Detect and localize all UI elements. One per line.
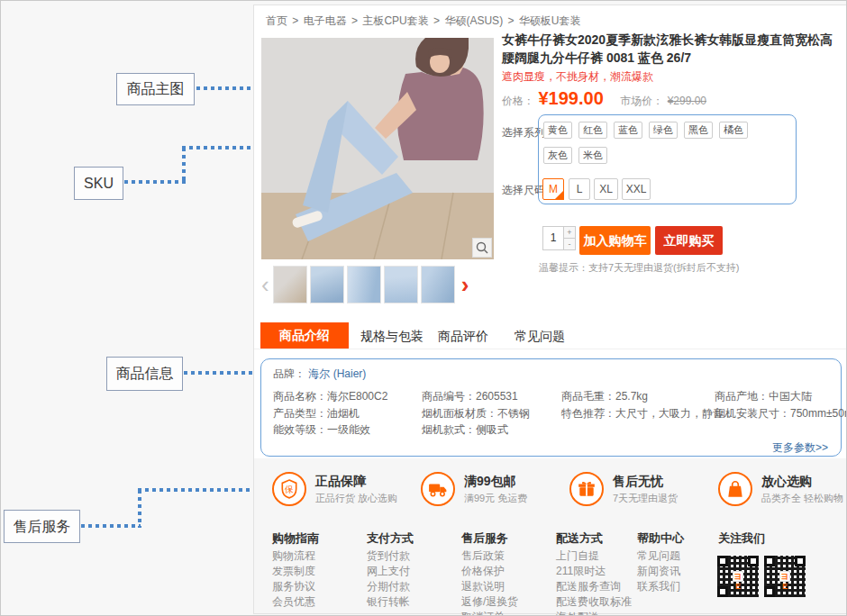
- svg-text:保: 保: [284, 485, 294, 494]
- service-title: 满99包邮: [464, 474, 516, 490]
- color-option-green[interactable]: 绿色: [649, 122, 678, 139]
- footer-link[interactable]: 价格保护: [461, 564, 518, 579]
- tab-spec-packaging[interactable]: 规格与包装: [360, 329, 424, 345]
- thumbnail-4[interactable]: [384, 266, 418, 303]
- brand-row: 品牌： 海尔 (Haier): [273, 367, 366, 382]
- service-desc: 满99元 免运费: [464, 492, 527, 505]
- product-photo: [261, 38, 494, 259]
- market-price-label: 市场价：: [620, 95, 663, 107]
- add-to-cart-button[interactable]: 加入购物车: [579, 226, 651, 255]
- service-badge-authentic: 保: [272, 472, 306, 506]
- color-option-orange[interactable]: 橘色: [719, 122, 748, 139]
- breadcrumb-separator: >: [433, 14, 440, 27]
- color-option-red[interactable]: 红色: [578, 122, 607, 139]
- color-option-yellow[interactable]: 黄色: [543, 122, 572, 139]
- footer-link[interactable]: 配送服务查询: [556, 579, 632, 594]
- spec-product-name: 商品名称：海尔E800C2: [273, 389, 387, 404]
- brand-label: 品牌：: [273, 367, 305, 380]
- thumbnail-3[interactable]: [347, 266, 381, 303]
- spec-product-id: 商品编号：2605531: [422, 389, 518, 404]
- footer-col-shopping-guide: 购物流程 发票制度 服务协议 会员优惠: [272, 548, 315, 610]
- tab-faq[interactable]: 常见问题: [515, 329, 565, 345]
- color-option-blue[interactable]: 蓝色: [614, 122, 642, 139]
- brand-link[interactable]: 海尔 (Haier): [308, 367, 366, 380]
- spec-product-type: 产品类型：油烟机: [273, 406, 360, 421]
- footer-col-title: 配送方式: [556, 530, 603, 547]
- footer-link[interactable]: 常见问题: [637, 548, 680, 564]
- footer-link[interactable]: 取消订单: [461, 610, 518, 616]
- breadcrumb-brand[interactable]: 华硕(ASUS): [444, 14, 503, 27]
- thumbnail-1[interactable]: [273, 266, 307, 303]
- size-option-m[interactable]: M✓: [542, 178, 564, 200]
- arrow-line-after-sales-3: [138, 488, 260, 492]
- breadcrumb-separator: >: [292, 14, 298, 27]
- qr-finder: [764, 556, 775, 566]
- breadcrumb-category-1[interactable]: 电子电器: [304, 14, 347, 27]
- carousel-next-icon[interactable]: ›: [461, 267, 469, 303]
- quantity-increase-button[interactable]: +: [564, 226, 576, 239]
- color-option-beige[interactable]: 米色: [578, 147, 607, 164]
- tab-reviews[interactable]: 商品评价: [438, 329, 488, 345]
- footer-link[interactable]: 联系我们: [637, 579, 680, 594]
- qr-code-wechat: ヨE: [717, 556, 759, 597]
- footer-link[interactable]: 退款说明: [461, 579, 518, 594]
- footer-link[interactable]: 上门自提: [556, 548, 632, 564]
- footer-link[interactable]: 银行转帐: [367, 594, 410, 610]
- zoom-button[interactable]: [472, 238, 492, 258]
- quantity-stepper: + -: [564, 226, 576, 250]
- footer-link[interactable]: 会员优惠: [272, 594, 315, 610]
- footer-link[interactable]: 网上支付: [367, 564, 410, 579]
- buy-now-button[interactable]: 立即购买: [655, 226, 723, 255]
- product-page: 首页 > 电子电器 > 主板CPU套装 > 华硕(ASUS) > 华硕板U套装: [253, 5, 847, 614]
- size-option-xxl[interactable]: XXL: [622, 178, 651, 200]
- color-option-black[interactable]: 黑色: [684, 122, 713, 139]
- spec-panel-material: 烟机面板材质：不锈钢: [422, 406, 530, 421]
- arrow-line-sku-1: [124, 180, 186, 184]
- size-option-l[interactable]: L: [569, 178, 590, 200]
- breadcrumb-category-2[interactable]: 主板CPU套装: [362, 14, 428, 27]
- arrow-line-sku-2: [182, 148, 186, 184]
- more-params-link[interactable]: 更多参数>>: [772, 440, 828, 456]
- footer-col-delivery: 上门自提 211限时达 配送服务查询 配送费收取标准 海外配送: [556, 548, 632, 616]
- color-option-gray[interactable]: 灰色: [543, 147, 572, 164]
- footer-link[interactable]: 配送费收取标准: [556, 594, 632, 610]
- gift-icon: [577, 479, 597, 499]
- footer-link[interactable]: 货到付款: [367, 548, 410, 564]
- footer-col-title: 购物指南: [272, 530, 319, 547]
- footer-col-title: 关注我们: [718, 530, 765, 547]
- footer-link[interactable]: 新闻资讯: [637, 564, 680, 579]
- carousel-prev-icon[interactable]: ‹: [261, 267, 269, 303]
- breadcrumb-separator: >: [507, 14, 514, 27]
- qr-logo: ヨE: [733, 571, 743, 582]
- shopping-bag-icon: [725, 479, 745, 499]
- service-desc: 品类齐全 轻松购物: [761, 492, 843, 505]
- qr-finder: [764, 586, 775, 597]
- thumbnail-5[interactable]: [421, 266, 455, 303]
- footer-link[interactable]: 海外配送: [556, 610, 632, 616]
- tab-product-intro[interactable]: 商品介绍: [260, 322, 349, 349]
- footer-link[interactable]: 发票制度: [272, 564, 315, 579]
- footer-link[interactable]: 211限时达: [556, 564, 632, 579]
- footer-link[interactable]: 售后政策: [461, 548, 518, 564]
- service-desc: 7天无理由退货: [613, 492, 678, 505]
- annotation-product-info: 商品信息: [106, 357, 183, 391]
- footer-link[interactable]: 服务协议: [272, 579, 315, 594]
- qr-finder: [717, 556, 728, 566]
- service-title: 正品保障: [315, 474, 366, 490]
- arrow-line-product-info: [184, 371, 262, 375]
- footer-col-title: 售后服务: [461, 530, 508, 547]
- footer-link[interactable]: 返修/退换货: [461, 594, 518, 610]
- breadcrumb-current: 华硕板U套装: [519, 14, 581, 27]
- size-option-xl[interactable]: XL: [594, 178, 618, 200]
- product-main-image[interactable]: [261, 38, 494, 259]
- thumbnail-2[interactable]: [310, 266, 344, 303]
- footer-link[interactable]: 分期付款: [367, 579, 410, 594]
- arrow-line-after-sales-1: [81, 524, 141, 528]
- product-promo-text: 遮肉显瘦，不挑身材，潮流爆款: [502, 69, 653, 85]
- quantity-input[interactable]: 1: [542, 226, 564, 250]
- selected-check-icon: ✓: [557, 182, 563, 202]
- footer-link[interactable]: 购物流程: [272, 548, 315, 564]
- quantity-decrease-button[interactable]: -: [564, 239, 576, 250]
- breadcrumb-home[interactable]: 首页: [266, 14, 287, 27]
- service-desc: 正品行货 放心选购: [315, 492, 397, 505]
